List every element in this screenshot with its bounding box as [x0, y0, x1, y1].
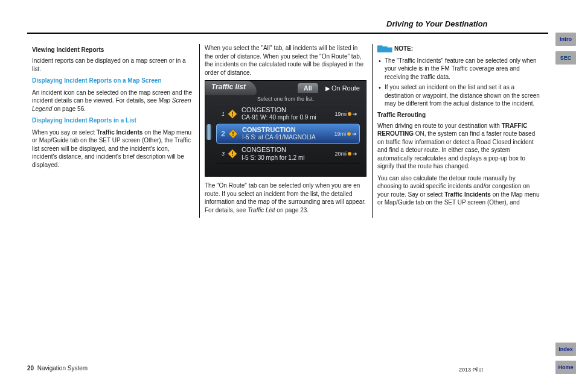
traffic-item-distance: 20mi ➔ — [334, 151, 357, 157]
traffic-list-item[interactable]: 1CONGESTIONCA-91 W: 40 mph for 0.9 mi19m… — [216, 104, 360, 124]
note-label: ▇▆▅NOTE: — [377, 44, 540, 53]
direction-arrow-icon: ➔ — [353, 111, 357, 117]
col3-p1: When driving en route to your destinatio… — [377, 122, 540, 171]
traffic-item-desc: I-5 S: 30 mph for 1.2 mi — [242, 154, 334, 162]
col1-subhead-list: Displaying Incident Reports in a List — [32, 116, 194, 125]
direction-dot-icon — [348, 112, 351, 116]
sec-button[interactable]: SEC — [555, 51, 576, 65]
col3-p2-b: Traffic Incidents — [444, 191, 491, 198]
direction-dot-icon — [347, 132, 351, 136]
toc-icon: ▇▆▅ — [377, 45, 392, 52]
column-2: When you select the "All" tab, all incid… — [200, 44, 373, 218]
col2-p1: When you select the "All" tab, all incid… — [205, 44, 367, 77]
svg-rect-5 — [232, 135, 234, 136]
traffic-item-desc: I-5 S: at CA-91/MAGNOLIA — [242, 134, 334, 141]
col1-p1: Incident reports can be displayed on a m… — [32, 57, 194, 73]
nav-title: Traffic list — [205, 81, 257, 95]
footer-left: Navigation System — [37, 365, 88, 371]
direction-arrow-icon: ➔ — [353, 151, 357, 157]
traffic-item-type: CONGESTION — [242, 106, 334, 114]
play-icon: ▶ — [325, 85, 330, 92]
svg-rect-4 — [232, 131, 234, 134]
col2-p2-b: on page 23. — [275, 207, 309, 213]
traffic-item-type: CONSTRUCTION — [242, 126, 334, 134]
col3-p1-c: ON — [415, 130, 424, 137]
traffic-item-desc: CA-91 W: 40 mph for 0.9 mi — [242, 114, 334, 121]
traffic-item-distance: 19mi ➔ — [334, 111, 357, 117]
traffic-warning-icon — [228, 128, 238, 139]
traffic-item-index: 3 — [219, 151, 225, 157]
traffic-item-text: CONGESTIONCA-91 W: 40 mph for 0.9 mi — [242, 106, 334, 121]
svg-rect-8 — [232, 155, 233, 156]
note-bullet-2: If you select an incident on the list an… — [377, 83, 540, 108]
col2-p2-link[interactable]: Traffic List — [248, 207, 275, 213]
footer-right: 2013 Pilot — [459, 367, 483, 373]
traffic-list-item[interactable]: 2CONSTRUCTIONI-5 S: at CA-91/MAGNOLIA19m… — [216, 124, 360, 144]
col2-p2: The "On Route" tab can be selected only … — [205, 182, 367, 214]
col1-title: Viewing Incident Reports — [32, 46, 194, 53]
col3-title: Traffic Rerouting — [377, 112, 540, 118]
col1-subhead-map: Displaying Incident Reports on a Map Scr… — [32, 77, 194, 85]
traffic-list-area: 1CONGESTIONCA-91 W: 40 mph for 0.9 mi19m… — [216, 104, 360, 164]
col1-p2-b: on page 56. — [52, 106, 86, 112]
traffic-list-item[interactable]: 3CONGESTIONI-5 S: 30 mph for 1.2 mi20mi … — [216, 144, 360, 163]
header-divider — [27, 33, 548, 34]
tab-on-route[interactable]: ▶On Route — [319, 83, 366, 93]
page-footer: 20 Navigation System — [27, 365, 88, 371]
nav-header: Traffic list All ▶On Route — [205, 81, 366, 95]
nav-tabs: All ▶On Route — [296, 81, 366, 95]
traffic-item-index: 1 — [219, 111, 225, 117]
direction-arrow-icon: ➔ — [352, 131, 357, 137]
col3-p1-a: When driving en route to your destinatio… — [377, 122, 502, 129]
col1-p3: When you say or select Traffic Incidents… — [32, 128, 194, 169]
intro-button[interactable]: Intro — [555, 33, 576, 46]
tab-on-route-label: On Route — [331, 84, 360, 92]
home-button[interactable]: Home — [555, 361, 576, 374]
column-3: ▇▆▅NOTE: The "Traffic Incidents" feature… — [373, 44, 545, 218]
direction-dot-icon — [348, 152, 351, 156]
traffic-list-screenshot: Traffic list All ▶On Route Select one fr… — [205, 80, 366, 177]
index-button[interactable]: Index — [555, 343, 576, 356]
traffic-item-text: CONSTRUCTIONI-5 S: at CA-91/MAGNOLIA — [242, 126, 334, 141]
nav-subtext: Select one from the list. — [205, 95, 366, 102]
svg-rect-1 — [232, 112, 233, 115]
traffic-item-text: CONGESTIONI-5 S: 30 mph for 1.2 mi — [242, 146, 334, 161]
note-text: NOTE: — [394, 45, 413, 52]
column-1: Viewing Incident Reports Incident report… — [27, 44, 200, 218]
tab-all[interactable]: All — [298, 83, 318, 93]
traffic-warning-icon — [227, 109, 238, 119]
page-number: 20 — [27, 365, 34, 371]
content-columns: Viewing Incident Reports Incident report… — [27, 44, 548, 218]
col3-p2: You can also calculate the detour route … — [377, 174, 540, 207]
traffic-item-type: CONGESTION — [242, 146, 334, 154]
svg-rect-2 — [232, 115, 233, 116]
note-bullet-1: The "Traffic Incidents" feature can be s… — [377, 57, 540, 81]
page-header-title: Driving to Your Destination — [386, 19, 488, 28]
scroll-handle[interactable] — [206, 124, 211, 140]
col1-p3-a: When you say or select — [32, 129, 97, 136]
svg-rect-7 — [232, 151, 233, 154]
traffic-warning-icon — [227, 148, 238, 159]
traffic-item-distance: 19mi ➔ — [334, 131, 357, 137]
note-bullets: The "Traffic Incidents" feature can be s… — [377, 57, 540, 108]
col1-p2: An incident icon can be selected on the … — [32, 89, 194, 113]
traffic-item-index: 2 — [219, 130, 225, 138]
col1-p3-b: Traffic Incidents — [97, 129, 143, 136]
